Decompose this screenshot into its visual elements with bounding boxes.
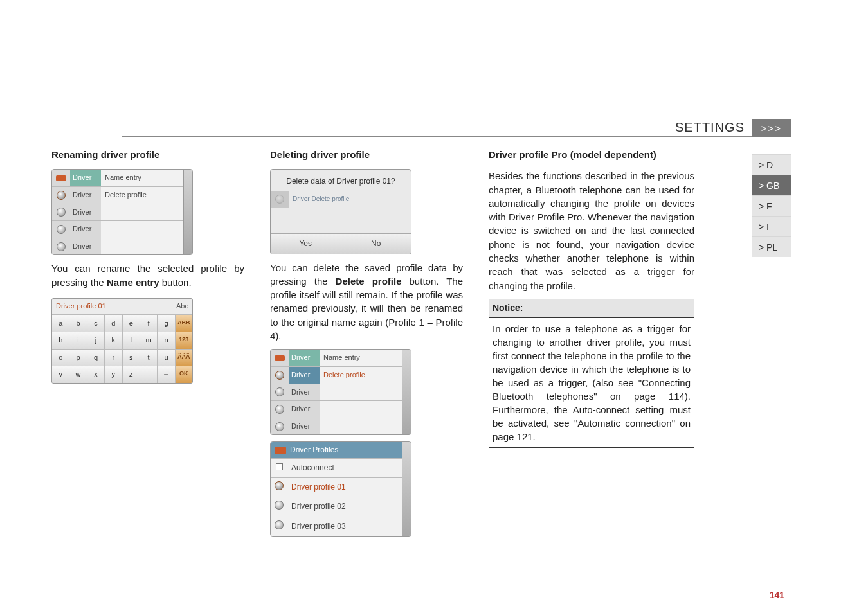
menu-row: Driver Name entry <box>271 350 402 366</box>
kb-row: v w x y z – ← OK <box>52 366 192 383</box>
kb-key: y <box>105 366 122 383</box>
menu-row-label: Driver <box>289 418 320 435</box>
scrollbar-icon <box>183 170 192 254</box>
pro-paragraph: Besides the functions described in the p… <box>489 169 694 292</box>
driver-profiles-list-screenshot: Driver Profiles Autoconnect Driver profi… <box>270 441 411 536</box>
delete-paragraph: You can delete the saved profile data by… <box>270 261 463 343</box>
lang-tab-gb[interactable]: > GB <box>752 175 791 195</box>
dialog-buttons: Yes No <box>271 233 411 254</box>
column-delete: Deleting driver profile Delete data of D… <box>270 148 463 537</box>
menu-row: Driver <box>271 418 402 435</box>
wheel-icon <box>271 520 287 533</box>
menu-row-label: Driver <box>289 401 320 418</box>
kb-key: j <box>87 332 105 349</box>
page-number: 141 <box>770 590 784 600</box>
kb-key: k <box>105 332 122 349</box>
dialog-no-button: No <box>341 234 411 254</box>
menu-row: Driver <box>52 238 183 255</box>
menu-row-label: Driver <box>289 384 320 401</box>
kb-key: t <box>140 349 158 366</box>
kb-key: c <box>87 315 105 332</box>
rename-title: Renaming driver profile <box>51 148 244 161</box>
menu-row: Driver Name entry <box>52 170 183 186</box>
kb-key-ok: OK <box>176 366 192 383</box>
wheel-icon <box>52 187 70 204</box>
kb-key-special: ÄÄÄ <box>176 349 192 366</box>
kb-key: s <box>123 349 140 366</box>
wheel-icon <box>52 204 70 221</box>
text-bold: Delete profile <box>336 276 402 287</box>
scrollbar-icon <box>402 442 411 535</box>
lang-tab-pl[interactable]: > PL <box>752 236 791 257</box>
menu-row-value: Delete profile <box>320 367 402 384</box>
wheel-icon <box>271 481 287 493</box>
kb-key: o <box>52 349 69 366</box>
column-rename: Renaming driver profile Driver Name entr… <box>51 148 244 537</box>
menu-row-label: Driver <box>70 170 101 186</box>
kb-key: q <box>87 349 105 366</box>
kb-key: i <box>69 332 87 349</box>
menu-row-value <box>320 384 402 401</box>
kb-key: b <box>69 315 87 332</box>
list-item-label: Driver profile 02 <box>287 497 402 516</box>
header-title: SETTINGS <box>675 120 745 135</box>
dialog-title: Delete data of Driver profile 01? <box>271 170 411 191</box>
rename-paragraph: You can rename the selected profile by p… <box>51 262 244 289</box>
notice-heading: Notice: <box>489 299 694 318</box>
lang-tab-d[interactable]: > D <box>752 154 791 175</box>
scrollbar-icon <box>402 350 411 434</box>
list-item: Driver profile 01 <box>271 477 402 497</box>
lang-tab-f[interactable]: > F <box>752 195 791 216</box>
kb-key: m <box>140 332 158 349</box>
kb-key-special: 123 <box>176 332 192 349</box>
notice-body: In order to use a telephone as a trigger… <box>489 318 694 448</box>
kb-key: z <box>123 366 140 383</box>
text-run: button. <box>159 277 192 288</box>
wheel-icon <box>271 401 289 418</box>
kb-mode: Abc <box>176 301 188 312</box>
menu-row-value <box>101 221 183 238</box>
wheel-icon <box>52 238 70 255</box>
menu-row-label: Driver <box>70 221 101 238</box>
menu-row-label: Driver <box>70 187 101 204</box>
checkbox-icon <box>271 463 287 474</box>
menu-row-value <box>101 238 183 255</box>
wheel-icon <box>52 221 70 238</box>
kb-key: f <box>140 315 158 332</box>
car-icon <box>52 170 70 186</box>
menu-row-label: Driver <box>70 204 101 221</box>
kb-key: u <box>158 349 175 366</box>
menu-row-value: Name entry <box>101 170 183 186</box>
menu-row-value <box>320 418 402 435</box>
menu-row: Driver <box>52 220 183 238</box>
list-item: Driver profile 03 <box>271 517 402 536</box>
lang-tab-i[interactable]: > I <box>752 216 791 236</box>
list-item: Autoconnect <box>271 458 402 477</box>
dialog-ghost-text: Driver Delete profile <box>289 191 411 207</box>
wheel-icon <box>271 384 289 401</box>
delete-dialog-screenshot: Delete data of Driver profile 01? Driver… <box>270 169 411 254</box>
wheel-icon <box>271 501 287 513</box>
car-icon <box>271 350 289 366</box>
kb-input-value: Driver profile 01 <box>56 301 106 312</box>
keyboard-screenshot: Driver profile 01 Abc a b c d e f g ABB … <box>51 298 193 384</box>
wheel-icon <box>271 191 289 207</box>
pro-title: Driver profile Pro (model dependent) <box>489 148 694 161</box>
content-columns: Renaming driver profile Driver Name entr… <box>51 148 714 537</box>
car-icon <box>275 447 286 454</box>
list-header: Driver Profiles <box>271 442 402 458</box>
language-tabs: > D > GB > F > I > PL <box>752 154 791 257</box>
list-item-label: Driver profile 01 <box>287 478 402 497</box>
menu-row-value: Delete profile <box>101 187 183 204</box>
header-chevrons: >>> <box>752 119 791 137</box>
delete-title: Deleting driver profile <box>270 148 463 161</box>
menu-row-value: Name entry <box>320 350 402 366</box>
kb-key-special: ABB <box>176 315 192 332</box>
kb-row: a b c d e f g ABB <box>52 315 192 332</box>
column-pro: Driver profile Pro (model dependent) Bes… <box>489 148 694 537</box>
dialog-yes-button: Yes <box>271 234 341 254</box>
menu-row-label: Driver <box>289 350 320 366</box>
kb-key: g <box>158 315 175 332</box>
text-bold: Name entry <box>107 277 159 288</box>
header-rule: SETTINGS <box>122 119 752 137</box>
